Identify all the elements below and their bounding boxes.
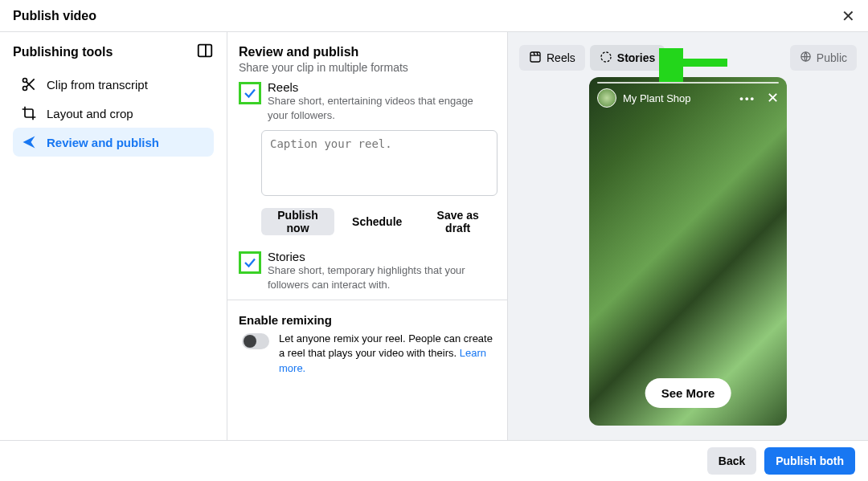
svg-point-2 bbox=[23, 79, 27, 83]
sidebar: Publishing tools Clip from transcript La… bbox=[0, 32, 227, 440]
save-draft-button[interactable]: Save as draft bbox=[420, 208, 496, 235]
more-icon[interactable]: ••• bbox=[739, 92, 755, 104]
remix-toggle[interactable] bbox=[242, 333, 269, 349]
svg-rect-6 bbox=[530, 52, 540, 62]
schedule-button[interactable]: Schedule bbox=[341, 208, 413, 235]
story-preview: My Plant Shop ••• ✕ See More bbox=[589, 77, 787, 426]
story-cta-button[interactable]: See More bbox=[645, 378, 731, 408]
remix-desc: Let anyone remix your reel. People can c… bbox=[279, 332, 496, 376]
remix-title: Enable remixing bbox=[239, 313, 496, 327]
dialog-title: Publish video bbox=[13, 9, 96, 23]
tab-reels[interactable]: Reels bbox=[519, 45, 585, 71]
close-icon[interactable]: ✕ bbox=[841, 6, 855, 26]
reels-icon bbox=[529, 51, 542, 66]
dialog-footer: Back Publish both bbox=[0, 440, 868, 481]
sidebar-item-layout-crop[interactable]: Layout and crop bbox=[13, 99, 214, 128]
tab-stories[interactable]: Stories bbox=[590, 45, 665, 71]
review-title: Review and publish bbox=[239, 45, 496, 59]
publish-both-button[interactable]: Publish both bbox=[764, 447, 855, 475]
reels-checkbox[interactable] bbox=[239, 82, 261, 104]
sidebar-item-review-publish[interactable]: Review and publish bbox=[13, 128, 214, 157]
story-header: My Plant Shop ••• ✕ bbox=[597, 88, 779, 108]
publish-now-button[interactable]: Publish now bbox=[261, 208, 334, 235]
stories-icon bbox=[600, 51, 612, 66]
reels-desc: Share short, entertaining videos that en… bbox=[268, 94, 496, 122]
review-panel: Review and publish Share your clip in mu… bbox=[227, 32, 508, 440]
reel-action-row: Publish now Schedule Save as draft bbox=[261, 208, 496, 235]
sidebar-item-label: Clip from transcript bbox=[47, 78, 148, 92]
stories-desc: Share short, temporary highlights that y… bbox=[268, 263, 496, 291]
sidebar-header: Publishing tools bbox=[13, 42, 214, 62]
reel-caption-input[interactable] bbox=[261, 130, 497, 196]
dialog-header: Publish video ✕ bbox=[0, 0, 868, 32]
scissors-icon bbox=[21, 76, 37, 92]
preview-mode-segment: Reels Stories bbox=[519, 45, 665, 71]
sidebar-title: Publishing tools bbox=[13, 45, 113, 59]
preview-panel: Reels Stories Public My Plant Shop ••• ✕… bbox=[508, 32, 868, 440]
panel-layout-icon[interactable] bbox=[196, 42, 214, 62]
crop-icon bbox=[21, 105, 37, 121]
story-close-icon[interactable]: ✕ bbox=[767, 89, 779, 107]
story-account-name: My Plant Shop bbox=[623, 92, 691, 104]
visibility-chip[interactable]: Public bbox=[790, 45, 857, 71]
stories-label: Stories bbox=[268, 250, 496, 263]
globe-icon bbox=[800, 51, 812, 65]
option-reels: Reels Share short, entertaining videos t… bbox=[239, 80, 496, 122]
preview-toolbar: Reels Stories Public bbox=[508, 45, 868, 71]
section-divider bbox=[227, 300, 507, 300]
back-button[interactable]: Back bbox=[707, 447, 756, 475]
share-icon bbox=[21, 134, 37, 150]
option-stories: Stories Share short, temporary highlight… bbox=[239, 250, 496, 291]
stories-checkbox[interactable] bbox=[239, 251, 261, 274]
story-progress-bar bbox=[597, 82, 779, 84]
review-subtitle: Share your clip in multiple formats bbox=[239, 61, 496, 74]
svg-point-10 bbox=[601, 52, 611, 62]
sidebar-item-label: Layout and crop bbox=[47, 107, 133, 120]
sidebar-item-clip-transcript[interactable]: Clip from transcript bbox=[13, 70, 214, 99]
dialog-body: Publishing tools Clip from transcript La… bbox=[0, 32, 868, 440]
svg-point-3 bbox=[23, 87, 27, 91]
reels-label: Reels bbox=[268, 80, 496, 94]
avatar bbox=[597, 88, 616, 108]
sidebar-item-label: Review and publish bbox=[47, 136, 159, 149]
